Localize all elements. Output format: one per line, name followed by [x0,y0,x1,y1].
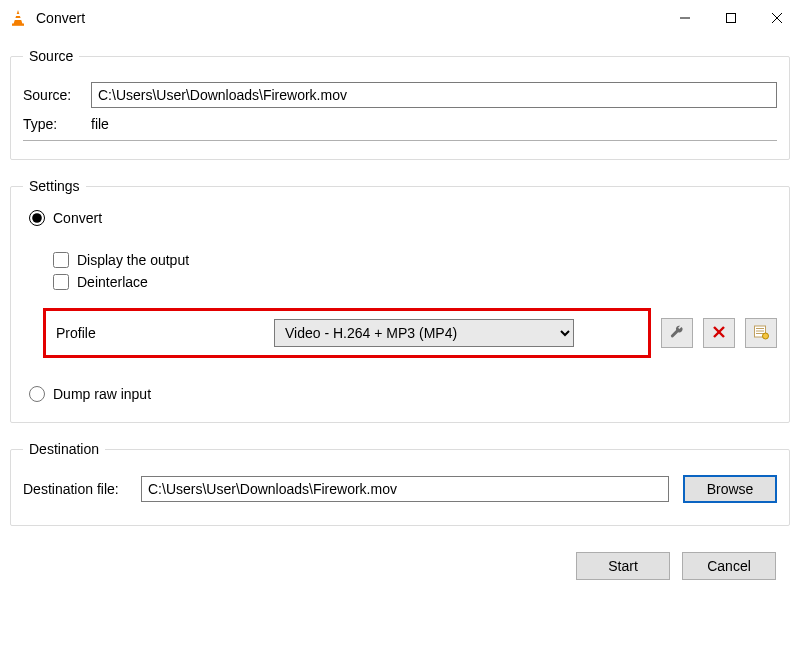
destination-label: Destination file: [23,481,141,497]
convert-radio-label: Convert [53,210,102,226]
settings-group: Settings Convert Display the output Dein… [10,178,790,423]
browse-button[interactable]: Browse [683,475,777,503]
deinterlace-row[interactable]: Deinterlace [53,274,777,290]
display-output-label: Display the output [77,252,189,268]
dump-raw-label: Dump raw input [53,386,151,402]
new-list-icon [753,324,769,343]
profile-label: Profile [56,325,274,341]
maximize-button[interactable] [708,0,754,36]
titlebar: Convert [0,0,800,36]
type-value: file [91,116,109,132]
x-icon [712,325,726,342]
profile-combo[interactable]: Video - H.264 + MP3 (MP4) [274,319,574,347]
vlc-cone-icon [8,8,28,28]
divider [23,140,777,141]
close-button[interactable] [754,0,800,36]
edit-profile-button[interactable] [661,318,693,348]
svg-rect-3 [12,24,24,26]
profile-highlight: Profile Video - H.264 + MP3 (MP4) [43,308,651,358]
destination-path-input[interactable] [141,476,669,502]
delete-profile-button[interactable] [703,318,735,348]
svg-rect-5 [727,14,736,23]
deinterlace-label: Deinterlace [77,274,148,290]
svg-marker-0 [14,10,23,24]
display-output-row[interactable]: Display the output [53,252,777,268]
destination-group: Destination Destination file: Browse [10,441,790,526]
new-profile-button[interactable] [745,318,777,348]
type-label: Type: [23,116,91,132]
settings-legend: Settings [23,178,86,194]
deinterlace-checkbox[interactable] [53,274,69,290]
start-button[interactable]: Start [576,552,670,580]
destination-legend: Destination [23,441,105,457]
source-legend: Source [23,48,79,64]
source-label: Source: [23,87,91,103]
dump-raw-radio[interactable] [29,386,45,402]
source-group: Source Source: Type: file [10,48,790,160]
window-title: Convert [36,10,85,26]
svg-rect-1 [15,14,21,16]
cancel-button[interactable]: Cancel [682,552,776,580]
dump-raw-radio-row[interactable]: Dump raw input [29,386,777,402]
svg-rect-2 [14,18,22,20]
svg-point-14 [763,333,769,339]
display-output-checkbox[interactable] [53,252,69,268]
convert-radio-row[interactable]: Convert [29,210,777,226]
wrench-icon [669,324,685,343]
source-path-input[interactable] [91,82,777,108]
minimize-button[interactable] [662,0,708,36]
footer: Start Cancel [10,544,790,580]
convert-radio[interactable] [29,210,45,226]
